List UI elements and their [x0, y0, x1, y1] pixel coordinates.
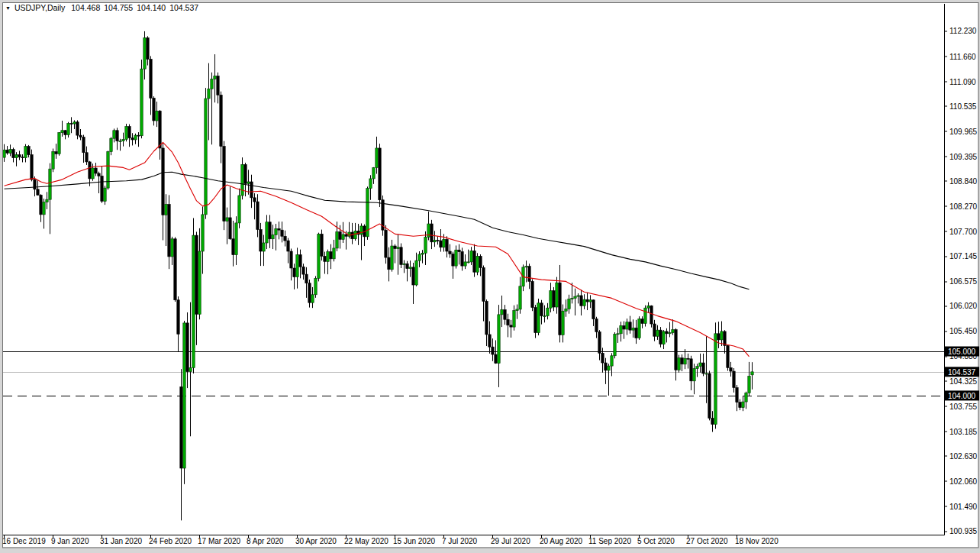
candle	[140, 60, 143, 138]
candle	[321, 230, 323, 261]
candle	[205, 88, 207, 219]
time-axis-label: 5 Oct 2020	[637, 537, 675, 545]
candle	[714, 322, 717, 428]
price-axis-label: 107.700	[949, 228, 978, 236]
time-axis-label: 31 Jan 2020	[100, 537, 142, 545]
quote-high: 104.755	[104, 3, 133, 12]
time-axis-label: 7 Jul 2020	[442, 537, 478, 545]
price-axis[interactable]: 112.230111.660111.090110.535109.965109.3…	[945, 27, 980, 535]
price-axis-label: 105.450	[949, 327, 978, 335]
time-axis-label: 16 Dec 2019	[2, 537, 46, 545]
time-axis-label: 29 Jul 2020	[491, 537, 530, 545]
candle	[223, 141, 225, 230]
candle	[379, 144, 381, 207]
time-axis-label: 18 Nov 2020	[735, 537, 779, 545]
quote-low: 104.140	[137, 3, 166, 12]
price-axis-label: 111.660	[949, 53, 976, 61]
chart-title-bar: ▼ USDJPY,Daily 104.468 104.755 104.140 1…	[5, 2, 202, 13]
quote-close: 104.537	[169, 3, 198, 12]
candle	[708, 370, 711, 420]
candle	[183, 321, 185, 484]
chart-window: 112.230111.660111.090110.535109.965109.3…	[0, 0, 980, 553]
price-axis-label: 104.325	[949, 377, 978, 386]
candle	[318, 233, 320, 282]
candle	[476, 253, 479, 275]
candle	[58, 132, 60, 156]
price-axis-label: 102.630	[949, 452, 978, 461]
price-axis-label: 111.090	[949, 78, 976, 86]
candle	[638, 316, 640, 340]
price-axis-label: 108.840	[949, 177, 978, 186]
price-axis-label: 110.535	[949, 102, 977, 111]
candle	[614, 332, 616, 358]
candle	[382, 196, 384, 236]
time-axis-label: 15 Jun 2020	[393, 537, 435, 545]
candle	[314, 276, 317, 297]
candlestick-chart[interactable]: 112.230111.660111.090110.535109.965109.3…	[0, 0, 980, 553]
time-axis-label: 22 May 2020	[344, 537, 388, 545]
price-axis-label: 103.755	[949, 403, 978, 411]
price-axis-label: 100.935	[949, 527, 978, 535]
time-axis-label: 30 Apr 2020	[295, 537, 337, 545]
candle	[727, 345, 729, 371]
price-badge-label: 104.537	[948, 368, 976, 377]
price-badge-current: 104.537	[945, 367, 979, 377]
price-axis-label: 101.490	[949, 503, 978, 511]
candle	[650, 306, 653, 328]
symbol-period-label: USDJPY,Daily	[15, 3, 65, 12]
candle	[192, 218, 195, 374]
price-axis-label: 106.575	[949, 277, 978, 286]
price-axis-label: 109.965	[949, 128, 978, 136]
time-axis-label: 27 Oct 2020	[686, 537, 728, 545]
candle	[537, 299, 540, 335]
price-axis-label: 103.185	[949, 428, 978, 436]
price-badge-105000: 105.000	[945, 347, 979, 357]
price-badge-104000: 104.000	[945, 390, 979, 400]
candle	[531, 280, 534, 312]
price-badge-label: 104.000	[948, 392, 976, 400]
price-badge-label: 105.000	[948, 348, 976, 356]
candle	[52, 149, 54, 173]
candle	[644, 306, 646, 327]
time-axis-label: 20 Aug 2020	[540, 537, 583, 545]
price-axis-label: 102.060	[949, 477, 978, 486]
candle	[107, 150, 109, 189]
candle	[174, 237, 176, 302]
time-axis-label: 9 Jan 2020	[51, 537, 89, 545]
quote-open: 104.468	[71, 3, 100, 12]
price-axis-label: 108.270	[949, 202, 978, 211]
symbol-dropdown-icon[interactable]: ▼	[5, 5, 11, 11]
price-axis-label: 106.020	[949, 302, 978, 310]
candle	[366, 186, 369, 240]
time-axis-label: 11 Sep 2020	[588, 537, 631, 545]
price-axis-label: 109.395	[949, 153, 978, 161]
time-axis-label: 17 Mar 2020	[198, 537, 241, 545]
candle	[125, 124, 127, 141]
price-axis-label: 112.230	[949, 27, 977, 35]
candle	[659, 327, 662, 348]
time-axis-label: 8 Apr 2020	[247, 537, 284, 545]
price-axis-label: 107.145	[949, 252, 978, 260]
time-axis-label: 24 Feb 2020	[149, 537, 192, 545]
